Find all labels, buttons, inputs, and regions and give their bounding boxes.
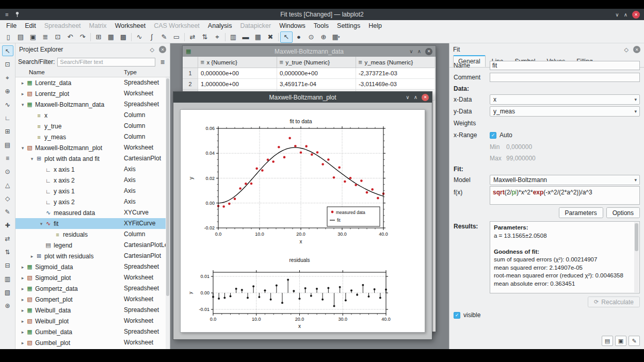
left-tool-add[interactable]: ✚: [2, 220, 13, 231]
left-tool-diamond[interactable]: ◇: [2, 193, 13, 204]
model-combobox[interactable]: Maxwell-Boltzmann ▾: [490, 175, 640, 185]
tree-row-lorentz-data[interactable]: ▸▦Lorentz_dataSpreadsheet: [15, 77, 166, 88]
restore-window-icon[interactable]: ∧: [414, 94, 417, 100]
expander-icon[interactable]: ▸: [20, 286, 26, 291]
tree-row-plot-with-data-and-fit[interactable]: ▾⊞plot with data and fitCartesianPlot: [15, 153, 166, 164]
left-tool-text[interactable]: ≡: [2, 153, 13, 163]
worksheet-canvas[interactable]: 0.010.020.030.040.0-0.020.000.020.040.06…: [173, 103, 432, 339]
expander-icon[interactable]: ▾: [20, 102, 26, 107]
new-workbook-button[interactable]: ⊞: [92, 31, 105, 43]
left-tool-grid[interactable]: ⊞: [2, 126, 13, 137]
sheet-cell[interactable]: 0,000000e+00: [277, 68, 356, 79]
left-tool-swap[interactable]: ⇄: [2, 233, 13, 244]
left-tool-curve[interactable]: ∿: [2, 99, 13, 110]
print-button[interactable]: ≣: [39, 31, 52, 43]
tree-row-x[interactable]: ≡xColumn: [15, 110, 166, 121]
name-input[interactable]: [490, 61, 640, 70]
visible-checkbox[interactable]: ✓: [454, 312, 460, 319]
print-preview-button[interactable]: ⊡: [52, 31, 64, 43]
new-worksheet-button[interactable]: ∿: [133, 31, 146, 43]
expander-icon[interactable]: ▸: [20, 265, 26, 270]
worksheet-window-titlebar[interactable]: Maxwell-Boltzmann_plot ∨ ∧ ✕: [173, 92, 432, 103]
tree-row-x-axis-2[interactable]: ∟x axis 2Axis: [15, 175, 166, 186]
sheet-cell[interactable]: 0,000000e+00: [198, 68, 277, 79]
close-worksheet-button[interactable]: ✕: [422, 94, 429, 101]
open-project-button[interactable]: ▤: [14, 31, 27, 43]
tree-row-y-meas[interactable]: ≡y_measColumn: [15, 131, 166, 142]
new-datapicker-button[interactable]: ✎: [158, 31, 170, 43]
tree-row-maxwell-boltzmann-plot[interactable]: ▾▧Maxwell-Boltzmann_plotWorksheet: [15, 142, 166, 153]
import-data-button[interactable]: ⇄: [186, 31, 199, 43]
tree-row-gompert-plot[interactable]: ▸▧Gompert_plotWorksheet: [15, 294, 166, 305]
fit-results-box[interactable]: Parameters:a = 13.1565±2.0508 Goodness o…: [490, 221, 640, 293]
menu-tools[interactable]: Tools: [310, 21, 333, 30]
sheet-column-header[interactable]: ≣x {Numeric}: [198, 57, 277, 68]
float-dock-icon[interactable]: ◇: [150, 46, 154, 53]
row-number[interactable]: 2: [183, 79, 198, 90]
shade-window-icon[interactable]: ∨: [409, 48, 413, 54]
left-tool-pointer[interactable]: ↖: [2, 45, 13, 56]
tree-row-gumbel-plot[interactable]: ▸▧Gumbel_plotWorksheet: [15, 337, 166, 348]
close-spreadsheet-button[interactable]: ✕: [425, 48, 432, 55]
tree-row-residuals[interactable]: ≡residualsColumn: [15, 229, 166, 240]
left-tool-panel[interactable]: ▥: [2, 273, 13, 284]
load-template-button[interactable]: ▤: [602, 336, 613, 346]
tree-row-lorentz-plot[interactable]: ▸▧Lorentz_plotWorksheet: [15, 88, 166, 99]
expander-icon[interactable]: ▸: [20, 308, 26, 313]
new-cas-worksheet-button[interactable]: ∫: [146, 31, 158, 43]
left-tool-select-region[interactable]: ⊡: [2, 59, 13, 70]
menu-analysis[interactable]: Analysis: [204, 21, 236, 30]
menu-settings[interactable]: Settings: [333, 21, 364, 30]
restore-window-icon[interactable]: ∧: [417, 48, 421, 54]
save-template-button[interactable]: ▣: [615, 336, 626, 346]
left-tool-flip[interactable]: ⇅: [2, 246, 13, 257]
zoom-region-button[interactable]: ⊙: [305, 31, 317, 43]
left-tool-draw[interactable]: ✎: [2, 206, 13, 217]
expander-icon[interactable]: ▾: [29, 156, 35, 161]
column-header-type[interactable]: Type: [124, 69, 137, 75]
split-view-horizontal-button[interactable]: ▬: [239, 31, 252, 43]
min-value[interactable]: 0,000000: [506, 143, 532, 151]
menu-worksheet[interactable]: Worksheet: [111, 21, 150, 30]
menu-edit[interactable]: Edit: [21, 21, 40, 30]
close-dock-button[interactable]: ✕: [633, 46, 640, 53]
sheet-column-header[interactable]: ≣y_true {Numeric}: [277, 57, 356, 68]
parameters-button[interactable]: Parameters: [559, 207, 603, 218]
options-button[interactable]: Options: [606, 207, 640, 218]
unshade-icon[interactable]: ∧: [624, 12, 627, 18]
tree-row-measured-data[interactable]: ∿measured dataXYCurve: [15, 207, 166, 218]
tree-row-y-axis-1[interactable]: ∟y axis 1Axis: [15, 186, 166, 196]
close-view-button[interactable]: ✖: [264, 31, 277, 43]
tree-row-plot-with-residuals[interactable]: ▸⊞plot with residualsCartesianPlot: [15, 251, 166, 261]
left-tool-remove[interactable]: ⊟: [2, 260, 13, 271]
expander-icon[interactable]: ▸: [20, 330, 26, 335]
sheet-corner-cell[interactable]: [183, 57, 198, 68]
y-data-combobox[interactable]: y_meas ▾: [490, 106, 640, 117]
sheet-cell[interactable]: -2,373721e-03: [356, 68, 435, 79]
sheet-cell[interactable]: -3,011469e-03: [356, 79, 435, 90]
pointer-mode-button[interactable]: ↖: [280, 31, 293, 43]
tree-row-gompertz-data[interactable]: ▸▦Gompertz_dataSpreadsheet: [15, 283, 166, 294]
spreadsheet-window-titlebar[interactable]: ▦ Maxwell-Boltzmann_data ∨ ∧ ✕: [183, 46, 436, 57]
tree-row-maxwell-boltzmann-data[interactable]: ▾▦Maxwell-Boltzmann_dataSpreadsheet: [15, 99, 166, 110]
expander-icon[interactable]: ▾: [20, 145, 26, 151]
left-tool-zoom[interactable]: ⊕: [2, 86, 13, 96]
expander-icon[interactable]: ▸: [20, 80, 26, 86]
new-matrix-button[interactable]: ▩: [117, 31, 130, 43]
expander-icon[interactable]: ▸: [20, 91, 26, 96]
save-default-button[interactable]: ✎: [629, 336, 640, 346]
tree-row-sigmoid-plot[interactable]: ▸▧Sigmoid_plotWorksheet: [15, 272, 166, 283]
comment-input[interactable]: [490, 73, 640, 82]
results-scrollbar[interactable]: [634, 222, 639, 292]
expander-icon[interactable]: ▸: [20, 319, 26, 324]
x-data-combobox[interactable]: x ▾: [490, 94, 640, 105]
new-note-button[interactable]: ▭: [170, 31, 183, 43]
expander-icon[interactable]: ▸: [20, 297, 26, 302]
worksheet-window[interactable]: Maxwell-Boltzmann_plot ∨ ∧ ✕ 0.010.020.0…: [173, 91, 432, 340]
search-filter-input[interactable]: [57, 58, 155, 67]
project-tree-scrollbar[interactable]: [166, 77, 170, 349]
tree-row-gumbel-data[interactable]: ▸▦Gumbel_dataSpreadsheet: [15, 326, 166, 337]
split-view-vertical-button[interactable]: ▥: [227, 31, 239, 43]
shade-icon[interactable]: ∨: [615, 12, 619, 18]
save-project-button[interactable]: ▣: [27, 31, 39, 43]
